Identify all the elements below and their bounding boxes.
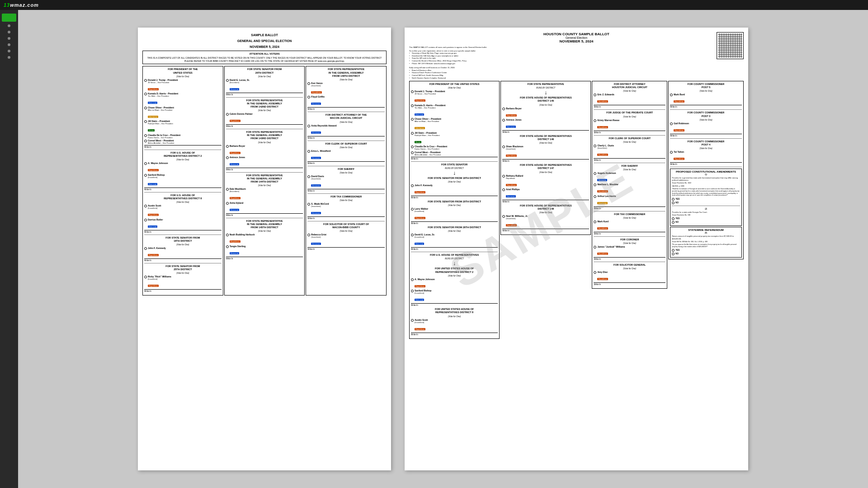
radio-stein[interactable] (144, 120, 147, 123)
r-radio-anderson[interactable] (594, 172, 596, 175)
candidate-trump: Donald J. Trump - President JD Vance – V… (144, 79, 222, 92)
candidate-stein: Jill Stein – President Rudolph Ware – Vi… (144, 120, 222, 133)
radio-kennedy[interactable] (144, 247, 147, 250)
radio-sterling[interactable] (226, 245, 229, 248)
trump-runningmate: JD Vance – Vice President (148, 81, 222, 84)
radio-scott[interactable] (144, 205, 147, 207)
r-radio-warren[interactable] (594, 119, 596, 122)
radio-vance[interactable] (307, 82, 310, 85)
r-radio-kennedy[interactable] (411, 184, 414, 187)
r-radio-jones-a[interactable] (502, 119, 505, 122)
rep142-writein-line (226, 124, 303, 125)
radio-williams[interactable] (144, 276, 147, 278)
radio-woodford[interactable] (307, 150, 310, 153)
harbuck-party: Republican (230, 240, 241, 243)
amend1-yes-label: YES (675, 198, 679, 200)
r-radio-burd[interactable] (670, 94, 673, 96)
radio-butler[interactable] (144, 219, 147, 221)
r-williams-j-party: Republican (597, 253, 608, 255)
radio-oliver[interactable] (144, 107, 147, 109)
radio-griffin[interactable] (307, 96, 310, 99)
r-radio-phillips[interactable] (502, 188, 505, 191)
r-radio-ballard[interactable] (502, 175, 505, 178)
radio-grist[interactable] (307, 234, 310, 236)
r-rep147-vote-for: (Vote for One) (502, 171, 589, 174)
amend2-no-label: NO (675, 221, 679, 223)
r-radio-oliver[interactable] (411, 118, 414, 121)
r-radio-diaz[interactable] (594, 271, 596, 274)
right-ballot: HOUSTON COUNTY SAMPLE BALLOT General Ele… (405, 28, 748, 470)
radio-jones-a[interactable] (226, 156, 229, 159)
radio-trump[interactable] (144, 79, 147, 82)
r-radio-ouzts[interactable] (594, 145, 596, 147)
r-radio-scott[interactable] (411, 319, 414, 322)
radio-hyland[interactable] (226, 202, 229, 205)
r-radio-talton[interactable] (670, 151, 673, 154)
r-lucas-party: Democrat (415, 243, 424, 245)
r-radio-harris-a[interactable] (594, 195, 596, 198)
amend1-no-label: NO (675, 202, 679, 204)
radio-harbuck[interactable] (226, 234, 229, 236)
radio-bishop[interactable] (144, 174, 147, 177)
r-williams-n-party: Republican (506, 224, 517, 226)
r-radio-amend2-no[interactable] (672, 221, 675, 224)
r-jones-a-name: Antrece Jones (506, 118, 589, 121)
right-ballot-columns: For President of the United States (Vote… (409, 81, 744, 338)
palmer-info: Calvin Dennis Palmer Republican (230, 113, 303, 123)
r-radio-amend1-yes[interactable] (672, 198, 675, 201)
r-radio-ref-yes[interactable] (672, 249, 675, 252)
radio-harris[interactable] (144, 93, 147, 95)
r-radio-robinson[interactable] (670, 122, 673, 125)
r-candidate-jones-a: Antrece Jones Democrat (502, 118, 589, 129)
r-radio-blackmon[interactable] (502, 145, 505, 148)
r-comm-p5-race: For County CommissionerPost 5 (Vote for … (670, 83, 742, 108)
r-radio-dale[interactable] (594, 221, 596, 223)
sidebar-btn-home[interactable] (2, 14, 16, 22)
r-radio-west[interactable] (411, 151, 414, 154)
griffin-party: Democrat (311, 103, 321, 105)
delacruz-info: Claudia De la Cruz – President Karina Ga… (148, 134, 222, 139)
radio-west[interactable] (144, 140, 147, 142)
mccord-info: S. Wade McCord (Incumbent) Democrat (311, 202, 385, 216)
state-rep-144-title: For State RepresentativeIn the General A… (226, 174, 303, 183)
r-da-race: For District AttorneyHouston Judicial Ci… (594, 83, 665, 108)
r-radio-johnson[interactable] (411, 278, 414, 281)
r-radio-walker[interactable] (411, 208, 414, 211)
radio-howard[interactable] (307, 125, 310, 127)
radio-delacruz[interactable] (144, 134, 147, 137)
r-radio-moulder[interactable] (594, 183, 596, 186)
r-sen18-title: For State Senator From 18th District (411, 177, 498, 180)
r-radio-stein[interactable] (411, 132, 414, 135)
radio-lucas[interactable] (226, 79, 229, 82)
r-radio-amend1-no[interactable] (672, 202, 675, 204)
r-kennedy-info: John F. Kennedy Republican (415, 184, 498, 195)
r-radio-ref-no[interactable] (672, 253, 675, 255)
r-president-vote-for: (Vote for One) (411, 87, 498, 89)
r-kennedy-party: Republican (415, 191, 425, 193)
r-radio-edwards[interactable] (594, 94, 596, 96)
r-radio-amend2-yes[interactable] (672, 217, 675, 220)
r-radio-bishop[interactable] (411, 290, 414, 292)
r-ballard-party: Republican (506, 184, 517, 186)
r-radio-trump[interactable] (411, 90, 414, 93)
r-radio-williams-j[interactable] (594, 246, 596, 249)
r-warren-name: Kristy Warren Reese (597, 119, 665, 122)
stein-runningmate: Rudolph Ware – Vice President (148, 122, 222, 125)
radio-johnson[interactable] (144, 162, 147, 165)
r-radio-williams-n[interactable] (502, 215, 505, 218)
radio-mccord[interactable] (307, 203, 310, 206)
r-coroner-writein (594, 257, 665, 258)
radio-davis[interactable] (307, 175, 310, 178)
r-radio-boyer[interactable] (502, 108, 505, 110)
radio-palmer[interactable] (226, 113, 229, 116)
radio-washburn[interactable] (226, 188, 229, 191)
r-radio-delacruz[interactable] (411, 145, 414, 148)
r-west-info: Cornel West – President Melina Abdullah … (415, 151, 498, 156)
solgen-title: For Solicitor of State Court ofMacon-Bib… (307, 223, 385, 229)
r-candidate-delacruz: Claudia De la Cruz – President Karina Ga… (411, 145, 498, 150)
r-radio-lucas[interactable] (411, 234, 414, 236)
radio-boyer[interactable] (226, 145, 229, 148)
r-radio-harris[interactable] (411, 104, 414, 107)
r-ballard-info: Bethany Ballard Republican Republican (506, 174, 589, 188)
candidate-lucas: David E. Lucas, Sr. (Incumbent) Democrat (226, 79, 303, 92)
